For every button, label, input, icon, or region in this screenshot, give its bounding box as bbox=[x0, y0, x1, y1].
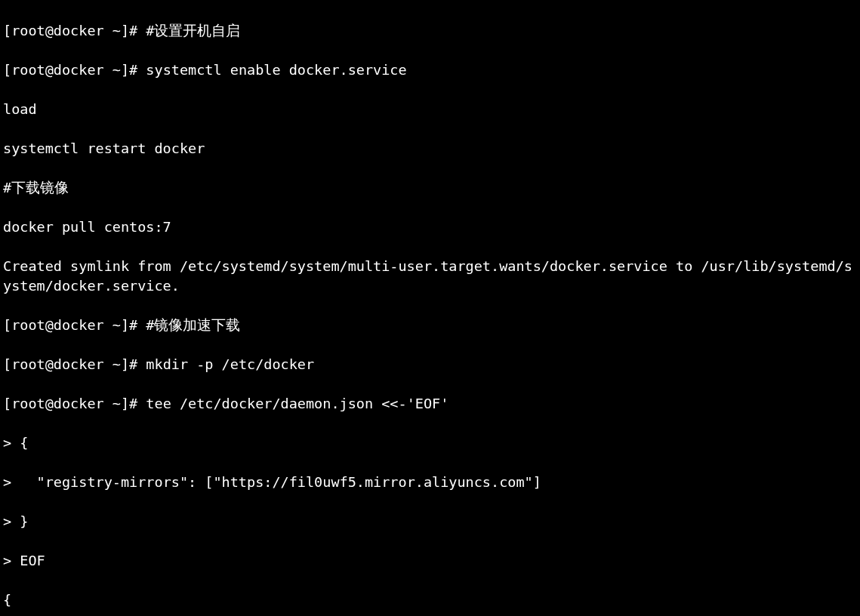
output-line: #下载镜像 bbox=[3, 178, 857, 198]
shell-prompt: [root@docker ~]# bbox=[3, 317, 146, 333]
heredoc-line: > "registry-mirrors": ["https://fil0uwf5… bbox=[3, 473, 857, 492]
heredoc-text: "registry-mirrors": ["https://fil0uwf5.m… bbox=[20, 474, 541, 490]
output-line: docker pull centos:7 bbox=[3, 217, 857, 237]
command-text: #镜像加速下载 bbox=[146, 317, 240, 333]
shell-prompt: [root@docker ~]# bbox=[3, 62, 146, 78]
command-text: mkdir -p /etc/docker bbox=[146, 356, 314, 372]
continuation-prompt: > bbox=[3, 435, 20, 451]
heredoc-text: EOF bbox=[20, 553, 45, 568]
prompt-line: [root@docker ~]# systemctl enable docker… bbox=[3, 60, 857, 80]
prompt-line: [root@docker ~]# tee /etc/docker/daemon.… bbox=[3, 394, 857, 414]
heredoc-line: > } bbox=[3, 512, 857, 531]
prompt-line: [root@docker ~]# mkdir -p /etc/docker bbox=[3, 355, 857, 374]
heredoc-line: > EOF bbox=[3, 551, 857, 571]
command-text: systemctl enable docker.service bbox=[146, 62, 406, 78]
prompt-line: [root@docker ~]# #设置开机自启 bbox=[3, 21, 857, 41]
continuation-prompt: > bbox=[3, 474, 20, 490]
shell-prompt: [root@docker ~]# bbox=[3, 23, 146, 38]
output-line: { bbox=[3, 590, 857, 610]
shell-prompt: [root@docker ~]# bbox=[3, 396, 146, 411]
shell-prompt: [root@docker ~]# bbox=[3, 356, 146, 372]
continuation-prompt: > bbox=[3, 513, 20, 529]
continuation-prompt: > bbox=[3, 553, 20, 568]
output-line: load bbox=[3, 100, 857, 119]
prompt-line: [root@docker ~]# #镜像加速下载 bbox=[3, 316, 857, 335]
heredoc-line: > { bbox=[3, 433, 857, 453]
command-text: tee /etc/docker/daemon.json <<-'EOF' bbox=[146, 396, 448, 411]
terminal-output[interactable]: [root@docker ~]# #设置开机自启 [root@docker ~]… bbox=[0, 0, 860, 616]
heredoc-text: { bbox=[20, 435, 28, 451]
output-line: Created symlink from /etc/systemd/system… bbox=[3, 257, 857, 296]
heredoc-text: } bbox=[20, 513, 28, 529]
output-line: systemctl restart docker bbox=[3, 139, 857, 159]
command-text: #设置开机自启 bbox=[146, 23, 240, 38]
